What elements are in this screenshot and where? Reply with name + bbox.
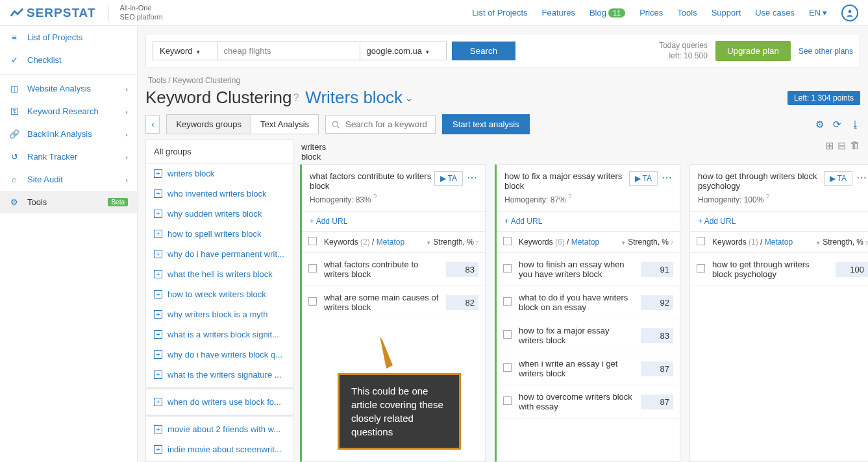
project-selector[interactable]: Writers block⌄: [305, 88, 413, 108]
nav-projects[interactable]: List of Projects: [472, 8, 527, 18]
row-checkbox[interactable]: [503, 330, 512, 339]
row-checkbox[interactable]: [308, 297, 317, 306]
group-item[interactable]: +how to wreck writers block: [146, 284, 293, 304]
nav-tools[interactable]: Tools: [677, 8, 697, 18]
search-type-select[interactable]: Keyword: [153, 42, 217, 60]
see-plans-link[interactable]: See other plans: [799, 47, 853, 56]
more-icon[interactable]: ⋯: [856, 171, 867, 184]
group-item[interactable]: +what is a writers block signit...: [146, 324, 293, 345]
row-checkbox[interactable]: [503, 264, 512, 273]
expand-icon[interactable]: +: [154, 290, 162, 298]
row-checkbox[interactable]: [503, 297, 512, 306]
filter-row: ‹ Keywords groups Text Analysis Start te…: [145, 114, 860, 134]
expand-icon[interactable]: +: [154, 445, 162, 454]
strength-column-header[interactable]: Strength, %?: [615, 237, 673, 247]
keyword-search-input[interactable]: [325, 115, 436, 134]
expand-icon[interactable]: +: [154, 169, 162, 178]
svg-marker-1: [380, 336, 393, 369]
sidebar-item-checklist[interactable]: ✓ Checklist: [0, 49, 137, 71]
expand-icon[interactable]: +: [154, 310, 162, 319]
sidebar-item-backlink-analysis[interactable]: 🔗 Backlink Analysis ‹: [0, 123, 137, 145]
active-group-label: writers block: [293, 140, 334, 164]
nav-prices[interactable]: Prices: [639, 8, 663, 18]
sidebar-item-keyword-research[interactable]: ⚿ Keyword Research ‹: [0, 100, 137, 123]
select-all-checkbox[interactable]: [308, 237, 317, 245]
language-selector[interactable]: EN▾: [809, 8, 827, 18]
sidebar-item-site-audit[interactable]: ⌂ Site Audit ‹: [0, 168, 137, 191]
row-checkbox[interactable]: [697, 264, 705, 273]
expand-icon[interactable]: +: [154, 250, 162, 258]
keywords-column-header[interactable]: Keywords (6) / Metatop: [519, 237, 615, 247]
nav-blog[interactable]: Blog11: [589, 8, 625, 18]
more-icon[interactable]: ⋯: [467, 171, 477, 184]
sidebar-item-rank-tracker[interactable]: ↺ Rank Tracker ‹: [0, 145, 137, 168]
help-icon[interactable]: ?: [293, 92, 299, 104]
expand-icon[interactable]: +: [154, 210, 162, 218]
row-checkbox[interactable]: [503, 396, 512, 405]
search-input[interactable]: cheap flights: [217, 42, 360, 60]
cluster-header: how to get through writers block psychol…: [690, 165, 868, 212]
expand-icon[interactable]: +: [154, 330, 162, 339]
add-url-link[interactable]: + Add URL: [302, 212, 485, 232]
start-text-analysis-button[interactable]: Start text analysis: [442, 114, 530, 134]
avatar[interactable]: [841, 5, 858, 21]
nav-features[interactable]: Features: [542, 8, 575, 18]
select-all-checkbox[interactable]: [697, 237, 705, 245]
expand-icon[interactable]: +: [154, 230, 162, 238]
upgrade-button[interactable]: Upgrade plan: [715, 41, 791, 61]
more-icon[interactable]: ⋯: [662, 171, 672, 184]
expand-icon[interactable]: +: [154, 189, 162, 198]
group-item[interactable]: +why writers block is a myth: [146, 304, 293, 324]
expand-icon[interactable]: +: [154, 398, 162, 406]
expand-icon[interactable]: +: [154, 425, 162, 433]
group-item[interactable]: +indie movie about screenwrit...: [146, 439, 293, 459]
gear-icon[interactable]: ⚙: [815, 119, 824, 130]
keyword-text: how to fix a major essay writers block: [519, 326, 641, 345]
delete-icon[interactable]: 🗑: [850, 140, 860, 152]
add-cluster-icon[interactable]: ⊞: [825, 140, 834, 152]
row-checkbox[interactable]: [308, 264, 317, 273]
tab-keywords-groups[interactable]: Keywords groups: [166, 114, 251, 134]
add-url-link[interactable]: + Add URL: [497, 212, 680, 232]
keywords-column-header[interactable]: Keywords (1) / Metatop: [712, 237, 810, 247]
download-icon[interactable]: ⭳: [850, 119, 860, 130]
search-button[interactable]: Search: [452, 42, 515, 60]
tab-text-analysis[interactable]: Text Analysis: [251, 114, 319, 134]
search-engine-select[interactable]: google.com.ua: [360, 42, 447, 60]
group-item[interactable]: +why sudden writers block: [146, 204, 293, 224]
points-badge: Left: 1 304 points: [787, 91, 860, 105]
group-item[interactable]: +who invented writers block: [146, 184, 293, 204]
expand-icon[interactable]: +: [154, 270, 162, 278]
remove-cluster-icon[interactable]: ⊟: [837, 140, 846, 152]
add-url-link[interactable]: + Add URL: [690, 212, 868, 232]
sidebar-item-list-of-projects[interactable]: ≡ List of Projects: [0, 26, 137, 49]
user-icon: [845, 8, 854, 18]
expand-icon[interactable]: +: [154, 350, 162, 359]
ta-button[interactable]: ▶ TA: [824, 171, 852, 186]
collapse-button[interactable]: ‹: [145, 115, 160, 134]
group-item[interactable]: +how to spell writers block: [146, 224, 293, 244]
group-item[interactable]: +why do i have permanent writ...: [146, 244, 293, 264]
ta-button[interactable]: ▶ TA: [629, 171, 658, 186]
nav-use-cases[interactable]: Use cases: [755, 8, 795, 18]
group-item[interactable]: +writers block: [146, 164, 293, 184]
expand-icon[interactable]: +: [154, 371, 162, 379]
keywords-column-header[interactable]: Keywords (2) / Metatop: [324, 237, 420, 247]
refresh-icon[interactable]: ⟳: [833, 119, 841, 130]
strength-value: 82: [446, 295, 478, 310]
group-item[interactable]: +why do i have writers block q...: [146, 345, 293, 365]
ta-button[interactable]: ▶ TA: [434, 171, 463, 186]
group-item[interactable]: +movie about 2 friends with w...: [146, 419, 293, 439]
strength-column-header[interactable]: Strength, %?: [810, 237, 868, 247]
strength-column-header[interactable]: Strength, %?: [420, 237, 478, 247]
group-item[interactable]: +what is the writers signature ...: [146, 365, 293, 385]
sidebar-item-tools[interactable]: ⚙ Tools Beta: [0, 191, 137, 213]
group-item[interactable]: +when do writers use block fo...: [146, 392, 293, 412]
nav-support[interactable]: Support: [712, 8, 741, 18]
select-all-checkbox[interactable]: [503, 237, 512, 245]
group-item[interactable]: +what the hell is writers block: [146, 264, 293, 284]
logo[interactable]: SERPSTAT: [10, 6, 96, 20]
row-checkbox[interactable]: [503, 363, 512, 372]
sidebar-item-website-analysis[interactable]: ◫ Website Analysis ‹: [0, 77, 137, 100]
group-label: what is a writers block signit...: [167, 330, 279, 339]
